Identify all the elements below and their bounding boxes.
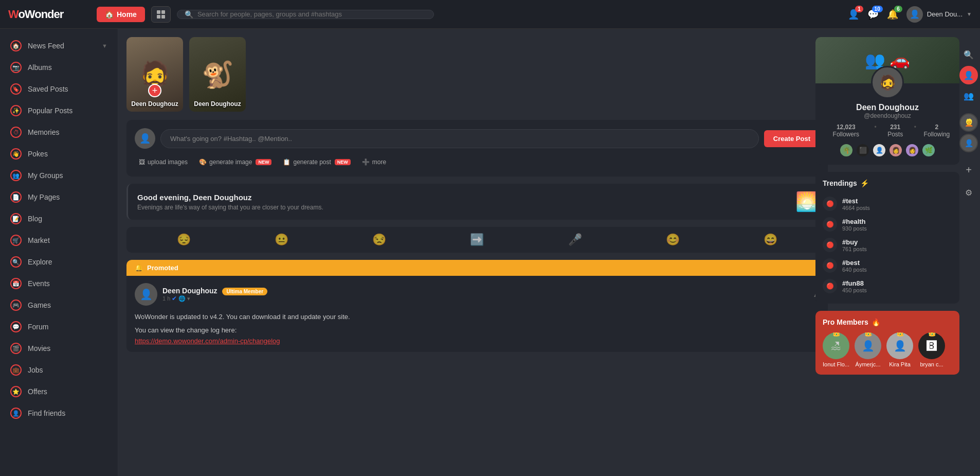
grid-button[interactable] <box>151 6 171 23</box>
sidebar-item-albums[interactable]: 📷 Albums <box>0 57 118 78</box>
new-badge: NEW <box>335 159 351 165</box>
pro-member[interactable]: 👑 🅱 bryan c... <box>918 332 945 367</box>
sidebar-item-games[interactable]: 🎮 Games <box>0 294 118 316</box>
sidebar-item-saved-posts[interactable]: 🔖 Saved Posts <box>0 78 118 100</box>
pro-member-name: bryan c... <box>920 361 943 367</box>
more-button[interactable]: ➕ more <box>358 156 390 168</box>
action-label: generate post <box>293 158 331 166</box>
post-text-line2: You can view the change log here: <box>135 325 820 336</box>
trending-item[interactable]: 🔴 #health 930 posts <box>823 214 952 235</box>
user-menu[interactable]: 👤 Deen Dou... ▼ <box>906 6 972 23</box>
grid-icon <box>157 10 165 19</box>
sidebar-item-movies[interactable]: 🎬 Movies <box>0 338 118 359</box>
sidebar-item-offers[interactable]: ⭐ Offers <box>0 381 118 402</box>
movies-icon: 🎬 <box>10 343 22 354</box>
search-input[interactable] <box>197 10 426 18</box>
gear-icon[interactable]: ⚙ <box>959 183 978 202</box>
greeting-title: Good evening, Deen Doughouz <box>137 193 323 202</box>
emoji-sad[interactable]: 😔 <box>177 233 191 246</box>
far-right-avatar-2[interactable]: 👤 <box>959 134 978 152</box>
emoji-arrow[interactable]: ➡️ <box>470 233 484 246</box>
sidebar-label: My Groups <box>28 171 63 180</box>
story-label: Deen Doughouz <box>189 100 246 108</box>
post-input-row: 👤 What's going on? #Hashtag.. @Mention..… <box>135 128 820 149</box>
posts-count: 231 Posts <box>882 124 909 138</box>
sidebar-label: Games <box>28 301 51 309</box>
sidebar-label: Movies <box>28 344 50 352</box>
post-time: 1 h <box>162 295 170 302</box>
pro-member[interactable]: 👑 🏖 Ionut Flo... <box>823 332 849 367</box>
chat-badge: 10 <box>872 6 883 12</box>
home-button[interactable]: 🏠 Home <box>97 7 145 22</box>
generate-post-icon: 📋 <box>283 158 291 166</box>
upload-images-button[interactable]: 🖼 upload images <box>135 156 192 168</box>
stories-row: 🧔 + Deen Doughouz 🐒 Deen Doughouz <box>126 37 828 112</box>
emoji-annoyed[interactable]: 😒 <box>372 233 386 246</box>
add-story-button[interactable]: + <box>148 84 161 97</box>
sidebar-item-popular-posts[interactable]: ✨ Popular Posts <box>0 100 118 121</box>
post-user-name: Deen Doughouz <box>162 287 217 295</box>
trending-title: Trendings ⚡ <box>823 179 952 187</box>
generate-image-button[interactable]: 🎨 generate image NEW <box>195 156 276 168</box>
sidebar-item-forum[interactable]: 💬 Forum <box>0 316 118 338</box>
post-user-name-row: Deen Doughouz Ultima Member <box>162 287 267 295</box>
far-right-avatar-1[interactable]: 👱 <box>959 113 978 132</box>
sidebar-item-explore[interactable]: 🔍 Explore <box>0 251 118 273</box>
post-avatar: 👤 <box>135 128 155 149</box>
sidebar-item-events[interactable]: 📅 Events <box>0 273 118 294</box>
post-link[interactable]: https://demo.wowonder.com/admin-cp/chang… <box>135 337 820 345</box>
sidebar-item-news-feed[interactable]: 🏠 News Feed ▼ <box>0 35 118 57</box>
far-right-profile-button[interactable]: 👤 <box>959 66 978 84</box>
sidebar: 🏠 News Feed ▼ 📷 Albums 🔖 Saved Posts ✨ P… <box>0 29 118 476</box>
sidebar-item-blog[interactable]: 📝 Blog <box>0 208 118 230</box>
sidebar-label: Jobs <box>28 366 43 374</box>
sidebar-label: Popular Posts <box>28 107 72 115</box>
offers-icon: ⭐ <box>10 386 22 397</box>
create-post-button[interactable]: Create Post <box>764 130 820 147</box>
profile-avatar: 🧔 <box>871 66 904 99</box>
sidebar-item-memories[interactable]: ⏱ Memories <box>0 121 118 143</box>
new-badge: NEW <box>256 159 271 165</box>
story-card[interactable]: 🐒 Deen Doughouz <box>189 37 246 112</box>
sidebar-item-jobs[interactable]: 💼 Jobs <box>0 359 118 381</box>
trending-count: 930 posts <box>842 225 867 232</box>
far-right-search-button[interactable]: 🔍 <box>959 45 978 64</box>
profile-avatar-wrap: 🧔 <box>871 66 904 99</box>
post-text-line1: WoWonder is updated to v4.2. You can dow… <box>135 312 820 322</box>
far-right-friends-button[interactable]: 👥 <box>959 86 978 105</box>
post-user-avatar: 👤 <box>135 283 157 306</box>
emoji-smile[interactable]: 😊 <box>666 233 680 246</box>
chat-button[interactable]: 💬 10 <box>867 9 879 20</box>
emoji-neutral[interactable]: 😐 <box>275 233 288 246</box>
trending-item[interactable]: 🔴 #fun88 450 posts <box>823 276 952 296</box>
sidebar-item-find-friends[interactable]: 👤 Find friends <box>0 402 118 424</box>
notifications-button[interactable]: 🔔 6 <box>887 9 898 20</box>
post-input[interactable]: What's going on? #Hashtag.. @Mention.. <box>160 129 759 148</box>
add-button[interactable]: + <box>959 161 978 179</box>
pro-member[interactable]: 👑 👤 Áymerjc... <box>855 332 881 367</box>
trending-item[interactable]: 🔴 #best 640 posts <box>823 255 952 276</box>
profile-handle: @deendoughouz <box>823 112 952 119</box>
albums-icon: 📷 <box>10 62 22 73</box>
emoji-laugh[interactable]: 😄 <box>764 233 777 246</box>
followers-avatars-row: 🌴 ⬛ 👤 👩 👩 🌿 <box>823 143 952 157</box>
user-avatar: 👤 <box>906 6 923 23</box>
story-add[interactable]: 🧔 + Deen Doughouz <box>126 37 183 112</box>
emoji-mic[interactable]: 🎤 <box>568 233 582 246</box>
pro-member[interactable]: 👑 👤 Kira Pita <box>886 332 913 367</box>
user-name: Deen Dou... <box>927 10 963 18</box>
messages-button[interactable]: 👤 1 <box>848 9 859 20</box>
generate-post-button[interactable]: 📋 generate post NEW <box>279 156 354 168</box>
sidebar-item-market[interactable]: 🛒 Market <box>0 230 118 251</box>
post-user-row: 👤 Deen Doughouz Ultima Member 1 h ✔ 🌐 ▾ <box>135 283 820 306</box>
sidebar-item-my-groups[interactable]: 👥 My Groups <box>0 165 118 186</box>
sidebar-item-my-pages[interactable]: 📄 My Pages <box>0 186 118 208</box>
follower-avatar: 👩 <box>888 143 903 157</box>
trending-item[interactable]: 🔴 #buy 761 posts <box>823 235 952 255</box>
chevron-down-icon: ▼ <box>967 11 972 17</box>
greeting-text: Good evening, Deen Doughouz Evenings are… <box>137 193 323 211</box>
trending-item[interactable]: 🔴 #test 4664 posts <box>823 193 952 214</box>
logo: WoWonder <box>8 8 90 21</box>
sidebar-label: Albums <box>28 63 52 72</box>
sidebar-item-pokes[interactable]: 👋 Pokes <box>0 143 118 165</box>
